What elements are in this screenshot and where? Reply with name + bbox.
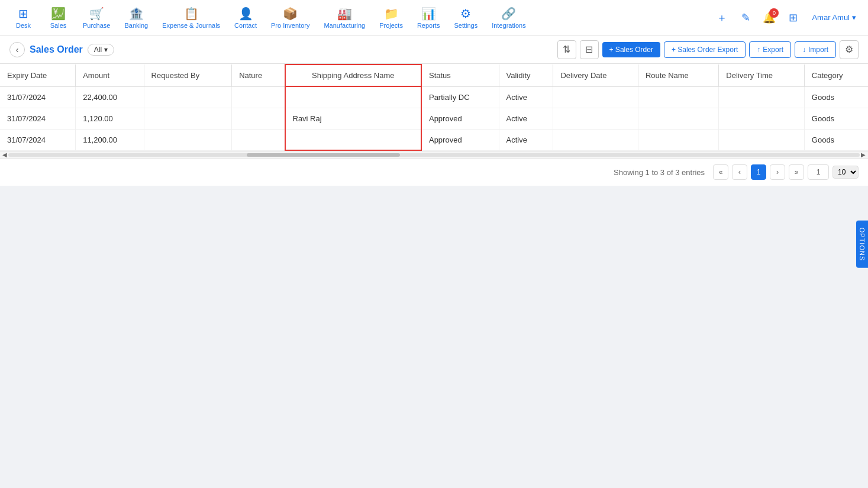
sales-order-export-button[interactable]: + Sales Order Export — [664, 41, 746, 58]
nav-manufacturing[interactable]: 🏭 Manufacturing — [318, 3, 371, 33]
page-title: Sales Order — [30, 44, 83, 55]
col-header-delivery-time[interactable]: Delivery Time — [719, 64, 804, 86]
notification-button[interactable]: 🔔 0 — [760, 8, 779, 27]
col-header-status[interactable]: Status — [421, 64, 499, 86]
nav-expense-label: Expense & Journals — [162, 22, 220, 29]
scrollbar-thumb[interactable] — [247, 153, 400, 157]
nav-purchase-label: Purchase — [83, 22, 110, 29]
cell-nature-3 — [232, 129, 285, 150]
grid-button[interactable]: ⊞ — [783, 8, 802, 27]
page-1-button[interactable]: 1 — [751, 164, 766, 180]
page-input[interactable] — [808, 164, 829, 180]
col-header-validity[interactable]: Validity — [499, 64, 553, 86]
cell-status-2: Approved — [421, 108, 499, 129]
nav-settings[interactable]: ⚙ Settings — [448, 3, 483, 33]
settings-table-button[interactable]: ⚙ — [840, 40, 859, 59]
sales-order-button[interactable]: + Sales Order — [602, 42, 660, 57]
cell-status-1: Partially DC — [421, 86, 499, 108]
table-row[interactable]: 31/07/2024 1,120.00 Ravi Raj Approved Ac… — [0, 108, 868, 129]
filter-all-label: All — [94, 46, 102, 54]
nav-desk-label: Desk — [16, 22, 31, 29]
cell-shipping-2: Ravi Raj — [285, 108, 421, 129]
settings-icon: ⚙ — [460, 7, 471, 21]
cell-expiry-date-1: 31/07/2024 — [0, 86, 76, 108]
col-header-requested-by[interactable]: Requested By — [144, 64, 232, 86]
add-button[interactable]: ＋ — [712, 8, 731, 27]
col-header-nature[interactable]: Nature — [232, 64, 285, 86]
filter-button[interactable]: ⊟ — [580, 40, 599, 59]
last-page-button[interactable]: » — [789, 164, 804, 180]
nav-banking-label: Banking — [124, 22, 148, 29]
user-chevron-icon: ▾ — [852, 13, 856, 22]
col-header-delivery-date[interactable]: Delivery Date — [553, 64, 638, 86]
sort-button[interactable]: ⇅ — [557, 40, 576, 59]
nav-reports[interactable]: 📊 Reports — [411, 3, 446, 33]
cell-amount-2: 1,120.00 — [76, 108, 144, 129]
filter-chevron-icon: ▾ — [104, 46, 108, 54]
cell-expiry-date-2: 31/07/2024 — [0, 108, 76, 129]
purchase-icon: 🛒 — [89, 7, 104, 21]
cell-delivery-date-3 — [553, 129, 638, 150]
nav-manufacturing-label: Manufacturing — [324, 22, 365, 29]
cell-requested-by-3 — [144, 129, 232, 150]
nav-purchase[interactable]: 🛒 Purchase — [77, 3, 116, 33]
col-header-expiry-date[interactable]: Expiry Date — [0, 64, 76, 86]
user-menu[interactable]: Amar Amul ▾ — [807, 11, 861, 24]
table-row[interactable]: 31/07/2024 11,200.00 Approved Active Goo… — [0, 129, 868, 150]
cell-validity-1: Active — [499, 86, 553, 108]
desk-icon: ⊞ — [18, 7, 28, 21]
table-row[interactable]: 31/07/2024 22,400.00 Partially DC Active… — [0, 86, 868, 108]
horizontal-scrollbar[interactable]: ◀ ▶ — [0, 151, 868, 158]
scrollbar-track[interactable] — [8, 153, 860, 157]
back-button[interactable]: ‹ — [9, 42, 25, 57]
col-header-shipping-address[interactable]: Shipping Address Name — [285, 64, 421, 86]
next-page-button[interactable]: › — [770, 164, 785, 180]
first-page-button[interactable]: « — [713, 164, 728, 180]
banking-icon: 🏦 — [129, 7, 144, 21]
cell-shipping-3 — [285, 129, 421, 150]
cell-requested-by-2 — [144, 108, 232, 129]
manufacturing-icon: 🏭 — [337, 7, 352, 21]
cell-route-name-3 — [638, 129, 718, 150]
nav-pro-inventory[interactable]: 📦 Pro Inventory — [265, 3, 315, 33]
pro-inventory-icon: 📦 — [283, 7, 298, 21]
nav-settings-label: Settings — [454, 22, 477, 29]
cell-category-3: Goods — [804, 129, 868, 150]
cell-nature-1 — [232, 86, 285, 108]
cell-category-2: Goods — [804, 108, 868, 129]
nav-integrations[interactable]: 🔗 Integrations — [486, 3, 531, 33]
scroll-right-arrow[interactable]: ▶ — [860, 151, 867, 158]
nav-projects[interactable]: 📁 Projects — [373, 3, 409, 33]
sales-order-label: + Sales Order — [609, 46, 653, 54]
nav-pro-inventory-label: Pro Inventory — [271, 22, 309, 29]
cell-category-1: Goods — [804, 86, 868, 108]
col-header-amount[interactable]: Amount — [76, 64, 144, 86]
per-page-select[interactable]: 10 25 50 — [832, 166, 859, 179]
col-header-category[interactable]: Category — [804, 64, 868, 86]
cell-delivery-time-3 — [719, 129, 804, 150]
nav-expense[interactable]: 📋 Expense & Journals — [156, 3, 226, 33]
nav-contact-label: Contact — [234, 22, 257, 29]
prev-page-button[interactable]: ‹ — [732, 164, 747, 180]
cell-validity-2: Active — [499, 108, 553, 129]
export-button[interactable]: ↑ Export — [749, 41, 791, 58]
import-icon: ↓ — [802, 46, 806, 54]
subheader-actions: ⇅ ⊟ + Sales Order + Sales Order Export ↑… — [557, 40, 859, 59]
nav-desk[interactable]: ⊞ Desk — [7, 3, 40, 33]
contact-icon: 👤 — [238, 7, 253, 21]
user-name: Amar Amul — [812, 13, 850, 22]
import-button[interactable]: ↓ Import — [795, 41, 836, 58]
nav-contact[interactable]: 👤 Contact — [228, 3, 263, 33]
nav-projects-label: Projects — [379, 22, 403, 29]
cell-route-name-2 — [638, 108, 718, 129]
import-label: Import — [808, 46, 828, 54]
nav-sales[interactable]: 💹 Sales — [42, 3, 75, 33]
edit-button[interactable]: ✎ — [736, 8, 755, 27]
projects-icon: 📁 — [384, 7, 399, 21]
filter-all-pill[interactable]: All ▾ — [88, 44, 114, 56]
cell-delivery-date-1 — [553, 86, 638, 108]
cell-status-3: Approved — [421, 129, 499, 150]
col-header-route-name[interactable]: Route Name — [638, 64, 718, 86]
nav-banking[interactable]: 🏦 Banking — [118, 3, 154, 33]
scroll-left-arrow[interactable]: ◀ — [1, 151, 8, 158]
